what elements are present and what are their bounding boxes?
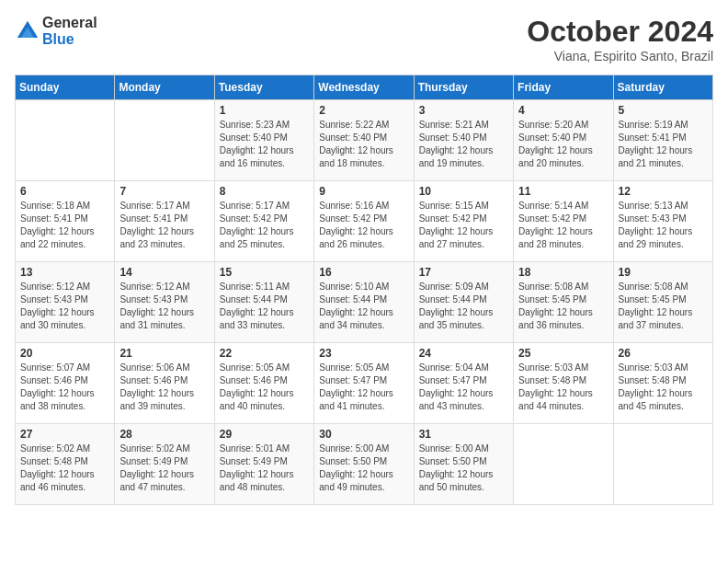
day-number: 28 [119,428,209,441]
day-cell: 19Sunrise: 5:08 AMSunset: 5:45 PMDayligh… [613,262,712,343]
day-cell: 26Sunrise: 5:03 AMSunset: 5:48 PMDayligh… [613,343,712,424]
day-info: Sunrise: 5:04 AMSunset: 5:47 PMDaylight:… [419,362,508,413]
day-number: 5 [619,104,708,117]
day-cell: 6Sunrise: 5:18 AMSunset: 5:41 PMDaylight… [16,181,115,262]
day-number: 23 [319,347,408,360]
day-number: 17 [419,266,508,279]
day-number: 9 [319,185,408,198]
day-cell: 27Sunrise: 5:02 AMSunset: 5:48 PMDayligh… [16,424,115,505]
day-info: Sunrise: 5:21 AMSunset: 5:40 PMDaylight:… [419,119,508,170]
day-cell [115,100,214,181]
day-info: Sunrise: 5:16 AMSunset: 5:42 PMDaylight:… [319,200,408,251]
week-row-1: 1Sunrise: 5:23 AMSunset: 5:40 PMDaylight… [16,100,713,181]
day-number: 4 [518,104,608,117]
day-info: Sunrise: 5:12 AMSunset: 5:43 PMDaylight:… [119,281,209,332]
day-info: Sunrise: 5:02 AMSunset: 5:49 PMDaylight:… [119,442,209,494]
logo-blue: Blue [42,31,97,48]
logo-general: General [42,15,97,31]
day-info: Sunrise: 5:07 AMSunset: 5:46 PMDaylight:… [20,362,109,413]
day-info: Sunrise: 5:01 AMSunset: 5:49 PMDaylight:… [220,442,309,494]
col-header-monday: Monday [115,75,214,100]
day-cell: 24Sunrise: 5:04 AMSunset: 5:47 PMDayligh… [414,343,513,424]
month-title: October 2024 [527,15,713,49]
day-info: Sunrise: 5:13 AMSunset: 5:43 PMDaylight:… [619,200,708,251]
day-number: 29 [220,428,309,441]
day-cell: 29Sunrise: 5:01 AMSunset: 5:49 PMDayligh… [214,424,313,505]
day-info: Sunrise: 5:23 AMSunset: 5:40 PMDaylight:… [220,119,309,170]
day-cell: 11Sunrise: 5:14 AMSunset: 5:42 PMDayligh… [514,181,613,262]
col-header-tuesday: Tuesday [214,75,313,100]
day-info: Sunrise: 5:09 AMSunset: 5:44 PMDaylight:… [419,281,508,332]
col-header-wednesday: Wednesday [314,75,414,100]
day-info: Sunrise: 5:00 AMSunset: 5:50 PMDaylight:… [319,442,408,494]
day-cell [613,424,712,505]
day-info: Sunrise: 5:03 AMSunset: 5:48 PMDaylight:… [518,362,608,413]
day-info: Sunrise: 5:02 AMSunset: 5:48 PMDaylight:… [20,442,109,494]
day-cell: 17Sunrise: 5:09 AMSunset: 5:44 PMDayligh… [414,262,513,343]
day-cell: 4Sunrise: 5:20 AMSunset: 5:40 PMDaylight… [514,100,613,181]
day-cell: 12Sunrise: 5:13 AMSunset: 5:43 PMDayligh… [613,181,712,262]
day-number: 10 [419,185,508,198]
day-info: Sunrise: 5:19 AMSunset: 5:41 PMDaylight:… [619,119,708,170]
day-cell: 9Sunrise: 5:16 AMSunset: 5:42 PMDaylight… [314,181,414,262]
day-number: 1 [220,104,309,117]
day-cell: 5Sunrise: 5:19 AMSunset: 5:41 PMDaylight… [613,100,712,181]
day-info: Sunrise: 5:05 AMSunset: 5:47 PMDaylight:… [319,362,408,413]
day-number: 12 [619,185,708,198]
day-number: 11 [518,185,608,198]
day-cell: 16Sunrise: 5:10 AMSunset: 5:44 PMDayligh… [314,262,414,343]
day-number: 15 [220,266,309,279]
day-number: 6 [20,185,109,198]
day-number: 21 [119,347,209,360]
logo: General Blue [15,15,97,47]
day-number: 20 [20,347,109,360]
week-row-5: 27Sunrise: 5:02 AMSunset: 5:48 PMDayligh… [16,424,713,505]
day-number: 3 [419,104,508,117]
day-info: Sunrise: 5:22 AMSunset: 5:40 PMDaylight:… [319,119,408,170]
day-cell: 13Sunrise: 5:12 AMSunset: 5:43 PMDayligh… [16,262,115,343]
day-info: Sunrise: 5:17 AMSunset: 5:42 PMDaylight:… [220,200,309,251]
day-cell: 18Sunrise: 5:08 AMSunset: 5:45 PMDayligh… [514,262,613,343]
col-header-saturday: Saturday [613,75,712,100]
day-cell: 22Sunrise: 5:05 AMSunset: 5:46 PMDayligh… [214,343,313,424]
day-cell: 15Sunrise: 5:11 AMSunset: 5:44 PMDayligh… [214,262,313,343]
calendar-table: SundayMondayTuesdayWednesdayThursdayFrid… [15,75,713,505]
header-row: SundayMondayTuesdayWednesdayThursdayFrid… [16,75,713,100]
day-number: 31 [419,428,508,441]
col-header-thursday: Thursday [414,75,513,100]
col-header-sunday: Sunday [16,75,115,100]
day-info: Sunrise: 5:08 AMSunset: 5:45 PMDaylight:… [518,281,608,332]
title-block: October 2024 Viana, Espirito Santo, Braz… [527,15,713,63]
day-info: Sunrise: 5:17 AMSunset: 5:41 PMDaylight:… [119,200,209,251]
day-cell: 23Sunrise: 5:05 AMSunset: 5:47 PMDayligh… [314,343,414,424]
day-info: Sunrise: 5:14 AMSunset: 5:42 PMDaylight:… [518,200,608,251]
day-number: 25 [518,347,608,360]
day-cell: 1Sunrise: 5:23 AMSunset: 5:40 PMDaylight… [214,100,313,181]
day-info: Sunrise: 5:06 AMSunset: 5:46 PMDaylight:… [119,362,209,413]
week-row-4: 20Sunrise: 5:07 AMSunset: 5:46 PMDayligh… [16,343,713,424]
day-cell [16,100,115,181]
day-number: 24 [419,347,508,360]
logo-icon [15,18,40,44]
day-number: 8 [220,185,309,198]
day-cell: 2Sunrise: 5:22 AMSunset: 5:40 PMDaylight… [314,100,414,181]
day-info: Sunrise: 5:00 AMSunset: 5:50 PMDaylight:… [419,442,508,494]
day-cell: 10Sunrise: 5:15 AMSunset: 5:42 PMDayligh… [414,181,513,262]
day-number: 18 [518,266,608,279]
week-row-3: 13Sunrise: 5:12 AMSunset: 5:43 PMDayligh… [16,262,713,343]
day-info: Sunrise: 5:15 AMSunset: 5:42 PMDaylight:… [419,200,508,251]
day-number: 19 [619,266,708,279]
day-cell: 28Sunrise: 5:02 AMSunset: 5:49 PMDayligh… [115,424,214,505]
day-cell: 31Sunrise: 5:00 AMSunset: 5:50 PMDayligh… [414,424,513,505]
day-number: 26 [619,347,708,360]
day-cell: 14Sunrise: 5:12 AMSunset: 5:43 PMDayligh… [115,262,214,343]
day-info: Sunrise: 5:05 AMSunset: 5:46 PMDaylight:… [220,362,309,413]
day-number: 30 [319,428,408,441]
day-info: Sunrise: 5:18 AMSunset: 5:41 PMDaylight:… [20,200,109,251]
logo-text: General Blue [42,15,97,47]
day-cell: 20Sunrise: 5:07 AMSunset: 5:46 PMDayligh… [16,343,115,424]
day-cell: 21Sunrise: 5:06 AMSunset: 5:46 PMDayligh… [115,343,214,424]
day-cell [514,424,613,505]
day-number: 16 [319,266,408,279]
day-number: 22 [220,347,309,360]
